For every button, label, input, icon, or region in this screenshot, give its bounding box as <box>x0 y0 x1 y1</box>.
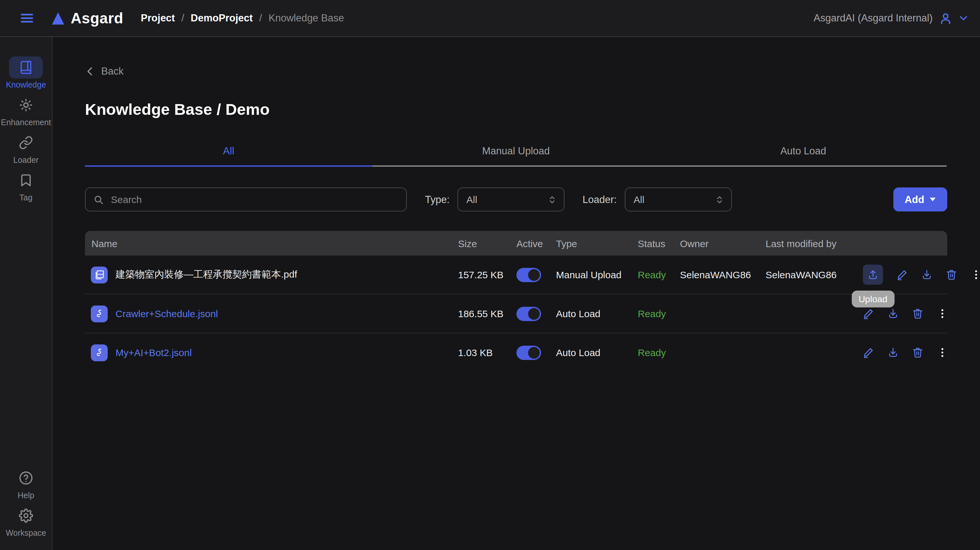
caret-down-icon <box>929 197 935 202</box>
download-icon <box>888 347 899 358</box>
top-bar: Asgard Project/DemoProject/Knowledge Bas… <box>0 0 980 37</box>
file-name[interactable]: My+AI+Bot2.jsonl <box>116 347 192 358</box>
loader-filter-label: Loader: <box>582 194 617 205</box>
back-button[interactable]: Back <box>85 65 124 77</box>
sidebar-item-loader[interactable]: Loader <box>1 132 51 165</box>
sidebar-item-help[interactable]: Help <box>6 467 46 500</box>
delete-button[interactable] <box>912 308 923 319</box>
breadcrumb: Project/DemoProject/Knowledge Base <box>141 12 344 24</box>
page-title: Knowledge Base / Demo <box>85 100 947 119</box>
sidebar-item-workspace[interactable]: Workspace <box>6 505 46 538</box>
loader-select[interactable]: All <box>624 188 732 211</box>
brand-name[interactable]: Asgard <box>71 10 123 27</box>
edit-button[interactable] <box>863 308 874 319</box>
tab-bar: AllManual UploadAuto Load <box>85 145 947 167</box>
file-type: Manual Upload <box>556 269 638 280</box>
add-button[interactable]: Add <box>893 188 947 211</box>
breadcrumb-item-demoproject[interactable]: DemoProject <box>191 12 253 24</box>
tab-auto-load[interactable]: Auto Load <box>660 145 947 167</box>
column-header-owner: Owner <box>680 238 765 249</box>
status-badge: Ready <box>638 308 680 319</box>
search-input[interactable] <box>110 193 398 206</box>
file-type-badge <box>91 344 108 361</box>
column-header-active: Active <box>516 238 556 249</box>
status-badge: Ready <box>638 347 680 358</box>
trash-icon <box>912 308 923 319</box>
file-type-badge <box>91 305 108 322</box>
sidebar-item-knowledge[interactable]: Knowledge <box>1 56 51 89</box>
upload-button[interactable]: Upload <box>863 265 883 285</box>
owner: SelenaWANG86 <box>680 269 765 280</box>
breadcrumb-separator: / <box>181 12 184 24</box>
account-menu[interactable]: AsgardAI (Asgard Internal) <box>814 11 968 25</box>
more-actions-button[interactable] <box>937 347 948 358</box>
download-button[interactable] <box>888 347 899 358</box>
chevron-down-icon[interactable] <box>958 13 968 23</box>
column-header-name: Name <box>85 238 458 249</box>
link-icon <box>19 135 33 150</box>
active-toggle[interactable] <box>516 345 541 360</box>
knowledge-table: NameSizeActiveTypeStatusOwnerLast modifi… <box>85 231 947 372</box>
breadcrumb-item-project[interactable]: Project <box>141 12 175 24</box>
more-actions-button[interactable] <box>970 269 980 280</box>
file-name[interactable]: Crawler+Schedule.jsonl <box>116 308 218 319</box>
active-toggle[interactable] <box>516 267 541 282</box>
help-icon <box>19 471 33 485</box>
column-header-size: Size <box>458 238 516 249</box>
loader-select-value: All <box>633 194 644 205</box>
breadcrumb-separator: / <box>259 12 262 24</box>
user-icon[interactable] <box>939 11 952 25</box>
search-icon <box>94 194 104 205</box>
sidebar-item-enhancement[interactable]: Enhancement <box>1 94 51 127</box>
jsonl-file-icon <box>94 308 105 320</box>
sidebar-item-tag[interactable]: Tag <box>1 169 51 202</box>
table-row: PDF 建築物室內裝修—工程承攬契約書範本.pdf 157.25 KB Manu… <box>85 256 947 294</box>
tab-all[interactable]: All <box>85 145 372 167</box>
row-actions <box>863 308 956 319</box>
more-vertical-icon <box>970 269 980 280</box>
select-updown-icon <box>714 195 724 204</box>
edit-icon <box>863 308 874 319</box>
sun-icon <box>19 98 33 112</box>
tab-manual-upload[interactable]: Manual Upload <box>372 145 660 167</box>
active-toggle[interactable] <box>516 307 541 321</box>
hamburger-menu-icon[interactable] <box>19 11 35 25</box>
add-button-label: Add <box>905 194 924 205</box>
more-vertical-icon <box>937 347 948 358</box>
upload-icon <box>867 269 878 280</box>
file-name: 建築物室內裝修—工程承攬契約書範本.pdf <box>116 269 297 281</box>
more-vertical-icon <box>937 308 948 319</box>
table-row: Crawler+Schedule.jsonl 186.55 KB Auto Lo… <box>85 294 947 333</box>
more-actions-button[interactable] <box>937 308 948 319</box>
file-type: Auto Load <box>556 308 638 319</box>
edit-button[interactable] <box>863 347 874 358</box>
sidebar: Knowledge Enhancement Loader Tag Help Wo… <box>0 37 52 550</box>
breadcrumb-item-knowledge-base: Knowledge Base <box>269 12 344 24</box>
sidebar-top: Knowledge Enhancement Loader Tag <box>1 56 51 207</box>
download-icon <box>921 269 932 280</box>
file-size: 1.03 KB <box>458 347 516 358</box>
bookmark-icon <box>19 173 33 188</box>
download-icon <box>888 308 899 319</box>
download-button[interactable] <box>888 308 899 319</box>
table-row: My+AI+Bot2.jsonl 1.03 KB Auto Load Ready <box>85 333 947 372</box>
pdf-file-icon: PDF <box>94 269 105 280</box>
file-size: 157.25 KB <box>458 269 516 280</box>
edit-button[interactable] <box>897 269 908 280</box>
type-select-value: All <box>466 194 477 205</box>
jsonl-file-icon <box>94 347 105 358</box>
delete-button[interactable] <box>912 347 923 358</box>
back-label: Back <box>101 65 124 77</box>
edit-icon <box>863 347 874 358</box>
column-header-last-modified-by: Last modified by <box>765 238 863 249</box>
sidebar-bottom: Help Workspace <box>6 467 46 542</box>
table-body: PDF 建築物室內裝修—工程承攬契約書範本.pdf 157.25 KB Manu… <box>85 256 947 372</box>
status-badge: Ready <box>638 269 680 280</box>
filter-bar: Type: All Loader: All <box>85 188 947 211</box>
delete-button[interactable] <box>946 269 957 280</box>
type-select[interactable]: All <box>457 188 565 211</box>
svg-text:PDF: PDF <box>98 273 103 276</box>
gear-icon <box>19 509 33 523</box>
type-filter-label: Type: <box>425 194 450 205</box>
download-button[interactable] <box>921 269 932 280</box>
